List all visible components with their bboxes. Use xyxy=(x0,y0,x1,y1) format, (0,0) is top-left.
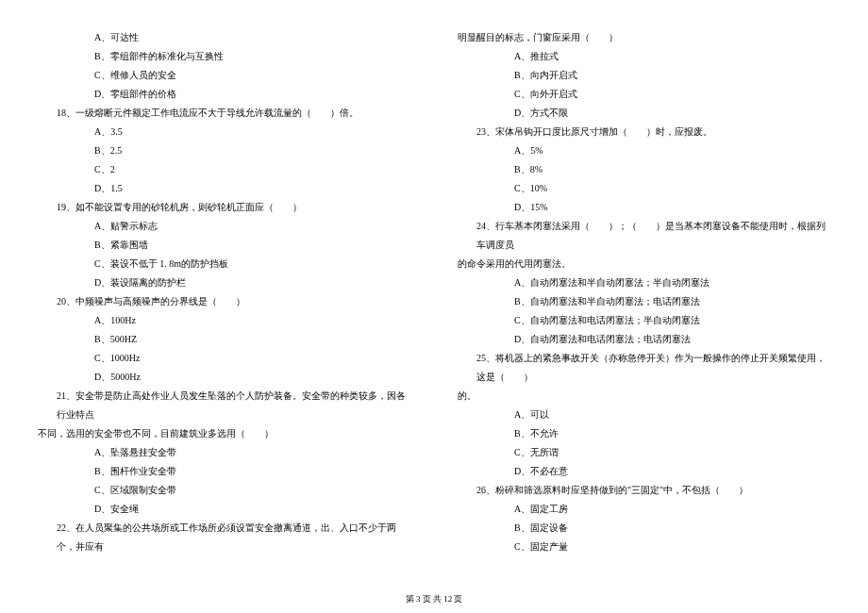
option-text: D、安全绳 xyxy=(38,500,410,519)
option-text: C、区域限制安全带 xyxy=(38,481,410,500)
option-text: C、维修人员的安全 xyxy=(38,66,410,85)
question-text: 23、宋体吊钩开口度比原尺寸增加（ ）时，应报废。 xyxy=(458,123,830,141)
option-text: B、自动闭塞法和半自动闭塞法；电话闭塞法 xyxy=(458,292,830,311)
option-text: D、15% xyxy=(458,198,830,217)
option-text: A、可以 xyxy=(458,406,830,424)
option-text: A、推拉式 xyxy=(458,47,830,66)
option-text: A、可达性 xyxy=(38,28,410,47)
option-text: D、方式不限 xyxy=(458,104,830,123)
option-text: B、2.5 xyxy=(38,141,410,160)
question-text: 的命令采用的代用闭塞法。 xyxy=(458,255,830,273)
option-text: A、100Hz xyxy=(38,311,410,330)
option-text: A、坠落悬挂安全带 xyxy=(38,443,410,462)
option-text: B、固定设备 xyxy=(458,519,830,538)
question-text: 18、一级熔断元件额定工作电流应不大于导线允许载流量的（ ）倍。 xyxy=(38,104,410,123)
question-text: 的。 xyxy=(458,387,830,406)
option-text: B、不允许 xyxy=(458,424,830,443)
option-text: A、自动闭塞法和半自动闭塞法；半自动闭塞法 xyxy=(458,273,830,292)
option-text: B、8% xyxy=(458,160,830,179)
left-column: A、可达性 B、零组部件的标准化与互换性 C、维修人员的安全 D、零组部件的价格… xyxy=(38,28,410,556)
option-text: A、固定工房 xyxy=(458,500,830,519)
question-text: 24、行车基本闭塞法采用（ ）；（ ）是当基本闭塞设备不能使用时，根据列车调度员 xyxy=(458,217,830,255)
option-text: B、围杆作业安全带 xyxy=(38,462,410,481)
option-text: C、2 xyxy=(38,160,410,179)
option-text: B、500HZ xyxy=(38,330,410,349)
right-column: 明显醒目的标志，门窗应采用（ ） A、推拉式 B、向内开启式 C、向外开启式 D… xyxy=(458,28,830,556)
question-text: 19、如不能设置专用的砂轮机房，则砂轮机正面应（ ） xyxy=(38,198,410,217)
option-text: A、5% xyxy=(458,141,830,160)
question-text: 明显醒目的标志，门窗应采用（ ） xyxy=(458,28,830,47)
option-text: D、5000Hz xyxy=(38,368,410,387)
option-text: D、装设隔离的防护栏 xyxy=(38,273,410,292)
question-text: 25、将机器上的紧急事故开关（亦称急停开关）作为一般操作的停止开关频繁使用，这是… xyxy=(458,349,830,387)
option-text: C、向外开启式 xyxy=(458,85,830,104)
question-text: 22、在人员聚集的公共场所或工作场所必须设置安全撤离通道，出、入口不少于两个，并… xyxy=(38,519,410,556)
option-text: C、无所谓 xyxy=(458,443,830,462)
option-text: A、贴警示标志 xyxy=(38,217,410,236)
document-columns: A、可达性 B、零组部件的标准化与互换性 C、维修人员的安全 D、零组部件的价格… xyxy=(38,28,830,556)
option-text: C、固定产量 xyxy=(458,538,830,556)
option-text: C、1000Hz xyxy=(38,349,410,368)
question-text: 不同，选用的安全带也不同，目前建筑业多选用（ ） xyxy=(38,424,410,443)
option-text: A、3.5 xyxy=(38,123,410,141)
option-text: D、零组部件的价格 xyxy=(38,85,410,104)
question-text: 21、安全带是防止高处作业人员发生坠落的个人防护装备。安全带的种类较多，因各行业… xyxy=(38,387,410,424)
page-footer: 第 3 页 共 12 页 xyxy=(0,593,868,605)
option-text: C、装设不低于 1. 8m的防护挡板 xyxy=(38,255,410,273)
option-text: B、紧靠围墙 xyxy=(38,236,410,255)
option-text: D、1.5 xyxy=(38,179,410,198)
option-text: B、零组部件的标准化与互换性 xyxy=(38,47,410,66)
option-text: C、自动闭塞法和电话闭塞法；半自动闭塞法 xyxy=(458,311,830,330)
option-text: C、10% xyxy=(458,179,830,198)
question-text: 20、中频噪声与高频噪声的分界线是（ ） xyxy=(38,292,410,311)
option-text: B、向内开启式 xyxy=(458,66,830,85)
option-text: D、自动闭塞法和电话闭塞法；电话闭塞法 xyxy=(458,330,830,349)
question-text: 26、粉碎和筛选原料时应坚持做到的"三固定"中，不包括（ ） xyxy=(458,481,830,500)
option-text: D、不必在意 xyxy=(458,462,830,481)
